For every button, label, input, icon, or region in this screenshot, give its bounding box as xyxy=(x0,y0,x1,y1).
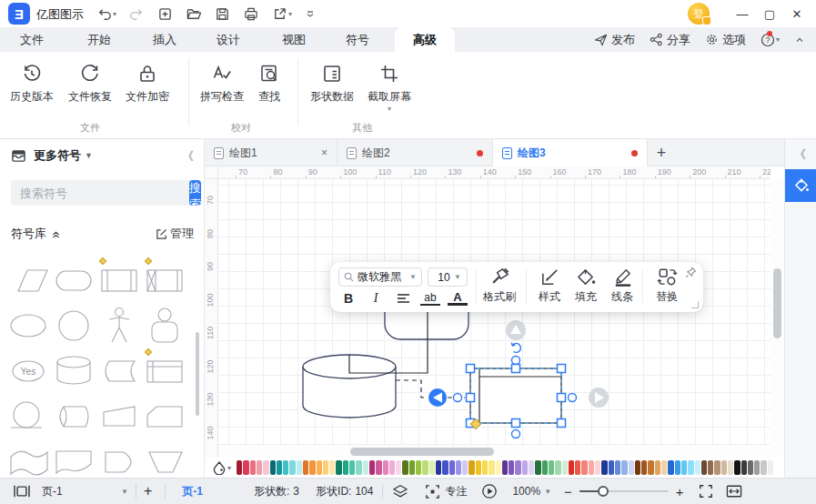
fullscreen-button[interactable] xyxy=(699,484,713,499)
color-swatch[interactable] xyxy=(402,460,408,475)
symbol-search-button[interactable]: 搜索 xyxy=(189,180,201,206)
color-swatch[interactable] xyxy=(237,460,242,475)
color-swatch[interactable] xyxy=(383,460,388,475)
find-button[interactable]: 查找 xyxy=(235,59,304,105)
symbol-ellipse[interactable] xyxy=(5,303,51,348)
save-button[interactable] xyxy=(213,3,232,25)
color-swatch[interactable] xyxy=(615,460,620,475)
more-symbols-title[interactable]: 更多符号 xyxy=(34,147,81,164)
screenshot-button[interactable]: 截取屏幕 ▾ xyxy=(355,59,424,113)
symbol-circle[interactable] xyxy=(51,303,96,348)
publish-button[interactable]: 发布 xyxy=(594,32,635,48)
color-swatch[interactable] xyxy=(529,460,534,475)
color-swatch[interactable] xyxy=(681,460,687,475)
color-swatch[interactable] xyxy=(416,460,421,475)
color-swatch[interactable] xyxy=(754,460,760,475)
open-file-button[interactable] xyxy=(184,3,204,25)
symbol-yes-ellipse[interactable]: Yes xyxy=(5,348,51,394)
color-swatch[interactable] xyxy=(535,460,540,475)
replace-button[interactable]: 替换 xyxy=(646,267,688,305)
line-button[interactable]: 线条 xyxy=(601,267,643,305)
horizontal-scrollbar-track[interactable] xyxy=(218,446,771,458)
color-swatch[interactable] xyxy=(270,460,276,475)
color-swatch[interactable] xyxy=(376,460,381,475)
add-page-button[interactable]: + xyxy=(144,483,152,499)
print-button[interactable] xyxy=(241,3,261,25)
manage-library-button[interactable]: 管理 xyxy=(156,226,194,242)
dashed-connector[interactable] xyxy=(396,380,428,398)
color-swatch[interactable] xyxy=(502,460,508,475)
color-swatch[interactable] xyxy=(243,460,248,475)
color-swatch[interactable] xyxy=(708,460,713,475)
color-swatch[interactable] xyxy=(356,460,361,475)
page-selector[interactable]: 页-1 ▼ xyxy=(42,484,128,499)
options-button[interactable]: 选项 xyxy=(705,32,746,48)
help-button[interactable]: ? ▾ xyxy=(761,33,780,47)
symbol-stadium[interactable] xyxy=(51,257,96,303)
symbol-stored-data[interactable] xyxy=(96,348,142,394)
color-swatch[interactable] xyxy=(323,460,328,475)
color-swatch[interactable] xyxy=(363,460,368,475)
bold-button[interactable]: B xyxy=(338,289,358,307)
zoom-slider[interactable] xyxy=(579,485,669,498)
color-swatch[interactable] xyxy=(409,460,415,475)
color-swatch[interactable] xyxy=(297,460,302,475)
collapse-ribbon-button[interactable] xyxy=(794,35,805,45)
symbol-circle-tangent[interactable] xyxy=(5,394,51,439)
doc-tab-3-active[interactable]: 绘图3 xyxy=(493,139,648,166)
maximize-button[interactable]: ▢ xyxy=(756,0,783,27)
color-swatch[interactable] xyxy=(449,460,455,475)
symbol-person[interactable] xyxy=(96,303,142,348)
italic-button[interactable]: I xyxy=(366,289,386,307)
color-swatch[interactable] xyxy=(283,460,288,475)
color-swatch[interactable] xyxy=(575,460,580,475)
toolbar-resize-handle[interactable] xyxy=(691,301,699,308)
color-swatch[interactable] xyxy=(396,460,401,475)
doc-tab-1[interactable]: 绘图1 × xyxy=(205,139,337,166)
font-size-select[interactable]: 10 ▼ xyxy=(428,267,468,287)
symbol-cylinder[interactable] xyxy=(51,348,96,394)
color-swatch[interactable] xyxy=(436,460,441,475)
menu-tab-design[interactable]: 设计 xyxy=(204,27,253,52)
format-painter-button[interactable]: 格式刷 xyxy=(479,267,520,305)
vertical-scrollbar-track[interactable] xyxy=(771,179,784,458)
color-swatch[interactable] xyxy=(369,460,375,475)
zoom-out-button[interactable]: − xyxy=(564,484,572,499)
color-swatch[interactable] xyxy=(748,460,753,475)
color-swatch[interactable] xyxy=(309,460,315,475)
redo-button[interactable] xyxy=(127,3,146,25)
menu-tab-file[interactable]: 文件 xyxy=(7,27,56,52)
color-swatch[interactable] xyxy=(317,460,322,475)
color-swatch[interactable] xyxy=(303,460,308,475)
color-swatch[interactable] xyxy=(569,460,574,475)
symbol-wave[interactable] xyxy=(5,439,51,478)
color-swatch[interactable] xyxy=(655,460,660,475)
color-swatch[interactable] xyxy=(635,460,640,475)
color-swatch[interactable] xyxy=(476,460,481,475)
symbol-delay[interactable] xyxy=(96,439,142,478)
menu-tab-home[interactable]: 开始 xyxy=(75,27,124,52)
color-swatch[interactable] xyxy=(482,460,488,475)
fill-tool-dropdown[interactable]: ▾ xyxy=(212,460,231,475)
color-swatch[interactable] xyxy=(648,460,653,475)
color-swatch[interactable] xyxy=(542,460,548,475)
close-tab-icon[interactable]: × xyxy=(321,146,327,159)
zoom-level-select[interactable]: 100% ▼ xyxy=(512,485,551,498)
symbol-horizontal-cylinder[interactable] xyxy=(51,394,96,439)
color-swatch[interactable] xyxy=(349,460,355,475)
color-swatch[interactable] xyxy=(601,460,607,475)
color-swatch[interactable] xyxy=(701,460,707,475)
minimize-button[interactable]: — xyxy=(729,0,756,27)
fit-width-button[interactable] xyxy=(726,484,742,499)
symbol-trapezoid[interactable] xyxy=(96,394,142,439)
color-swatch[interactable] xyxy=(555,460,560,475)
color-swatch[interactable] xyxy=(429,460,435,475)
color-swatch[interactable] xyxy=(509,460,514,475)
share-button[interactable]: 分享 xyxy=(650,32,690,48)
color-swatch[interactable] xyxy=(629,460,634,475)
color-swatch[interactable] xyxy=(621,460,627,475)
color-swatch[interactable] xyxy=(768,460,773,475)
file-encrypt-button[interactable]: 文件加密 xyxy=(113,59,182,105)
rotate-handle[interactable] xyxy=(512,343,521,353)
menu-tab-insert[interactable]: 插入 xyxy=(140,27,189,52)
